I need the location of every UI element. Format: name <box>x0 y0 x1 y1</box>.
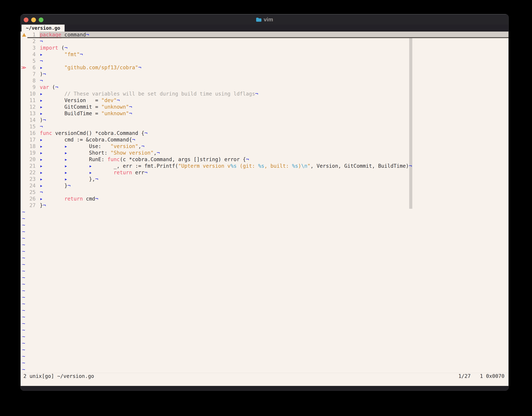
tilde-marker: ~ <box>22 301 25 307</box>
empty-line: ~ <box>21 366 508 373</box>
code-line[interactable]: 9var (¬ <box>21 84 508 91</box>
tilde-marker: ~ <box>22 268 25 274</box>
code-text: Short: <box>89 150 111 156</box>
eol-char-icon: ¬ <box>95 176 98 182</box>
eol-char-icon: ¬ <box>132 137 135 143</box>
title-bar[interactable]: vim <box>21 14 508 25</box>
code-line[interactable]: 11▸Version = "dev"¬ <box>21 97 508 104</box>
code-text: "version" <box>111 143 138 149</box>
tab-char-icon: ▸ <box>40 156 64 163</box>
line-number: 4 <box>28 51 36 58</box>
line-number: 10 <box>28 91 36 97</box>
tab-char-icon: ▸ <box>40 163 64 169</box>
eol-char-icon: ¬ <box>64 45 68 51</box>
window-title: vim <box>264 16 273 23</box>
code-text: " <box>307 163 310 169</box>
line-number: 27 <box>28 202 36 209</box>
code-text: ( <box>58 45 64 51</box>
empty-line: ~ <box>21 353 508 360</box>
tab-char-icon: ▸ <box>64 156 89 163</box>
code-text: , <box>138 143 141 149</box>
tab-char-icon: ▸ <box>40 196 64 202</box>
tab-char-icon: ▸ <box>40 64 64 71</box>
error-sign-icon: >> <box>21 64 25 71</box>
line-number: 6 <box>28 64 36 71</box>
folder-icon <box>256 17 261 22</box>
empty-line: ~ <box>21 228 508 235</box>
line-number: 5 <box>28 58 36 64</box>
code-text: %s <box>258 163 264 169</box>
line-number: 14 <box>28 117 36 123</box>
eol-char-icon: ¬ <box>246 156 249 162</box>
eol-char-icon: ¬ <box>80 51 83 57</box>
line-number: 9 <box>28 84 36 91</box>
code-text: cmd <box>83 196 95 202</box>
code-line[interactable]: 24▸}¬ <box>21 182 508 189</box>
code-line[interactable]: 18▸▸Use: "version",¬ <box>21 143 508 150</box>
editor-area[interactable]: !1package command¬2¬3import (¬4▸"fmt"¬5¬… <box>21 31 508 386</box>
tilde-marker: ~ <box>22 320 25 327</box>
tab-version-go[interactable]: ~/version.go <box>21 25 65 31</box>
eol-char-icon: ¬ <box>129 104 132 110</box>
code-line[interactable]: 3import (¬ <box>21 45 508 51</box>
eol-char-icon: ¬ <box>40 38 43 44</box>
code-line[interactable]: !1package command¬ <box>21 31 508 38</box>
code-line[interactable]: 5¬ <box>21 58 508 64</box>
eol-char-icon: ¬ <box>255 91 258 97</box>
code-line[interactable]: 13▸BuildTime = "unknown"¬ <box>21 110 508 117</box>
code-text: "fmt" <box>64 51 80 57</box>
empty-line: ~ <box>21 235 508 242</box>
empty-line: ~ <box>21 307 508 314</box>
tab-char-icon: ▸ <box>40 97 64 104</box>
empty-line: ~ <box>21 209 508 215</box>
code-text: ) <box>40 71 43 77</box>
code-line[interactable]: 17▸cmd := &cobra.Command{¬ <box>21 137 508 143</box>
code-line[interactable]: 15¬ <box>21 123 508 130</box>
code-text: "Upterm version v <box>178 163 231 169</box>
code-text: ) <box>298 163 301 169</box>
code-text: command <box>61 32 86 38</box>
code-line[interactable]: 19▸▸Short: "Show version",¬ <box>21 150 508 156</box>
code-text: _, err := fmt.Printf( <box>114 163 178 169</box>
code-line[interactable]: 26▸return cmd¬ <box>21 196 508 202</box>
code-line[interactable]: 27}¬ <box>21 202 508 209</box>
tilde-marker: ~ <box>22 281 25 287</box>
code-line[interactable]: 16func versionCmd() *cobra.Command {¬ <box>21 130 508 137</box>
code-line[interactable]: 7)¬ <box>21 71 508 77</box>
code-line[interactable]: 14)¬ <box>21 117 508 123</box>
tab-char-icon: ▸ <box>89 169 114 176</box>
tilde-marker: ~ <box>22 255 25 261</box>
code-line[interactable]: 20▸▸RunE: func(c *cobra.Command, args []… <box>21 156 508 163</box>
code-line[interactable]: 2¬ <box>21 38 508 45</box>
eol-char-icon: ¬ <box>40 123 43 130</box>
code-line[interactable]: 4▸"fmt"¬ <box>21 51 508 58</box>
eol-char-icon: ¬ <box>157 150 160 156</box>
empty-line: ~ <box>21 314 508 320</box>
command-line[interactable] <box>21 379 508 386</box>
code-line[interactable]: 12▸GitCommit = "unknown"¬ <box>21 104 508 110</box>
code-text: \n <box>301 163 307 169</box>
eol-char-icon: ¬ <box>40 189 43 195</box>
tilde-marker: ~ <box>22 333 25 340</box>
code-line[interactable]: 23▸▸},¬ <box>21 176 508 182</box>
eol-char-icon: ¬ <box>40 58 43 64</box>
code-line[interactable]: 10▸// These variables will be set during… <box>21 91 508 97</box>
code-line[interactable]: 8¬ <box>21 77 508 84</box>
code-text: err <box>132 170 144 176</box>
eol-char-icon: ¬ <box>40 78 43 84</box>
code-line[interactable]: 21▸▸▸_, err := fmt.Printf("Upterm versio… <box>21 163 508 169</box>
empty-line: ~ <box>21 333 508 340</box>
code-line[interactable]: >>6▸"github.com/spf13/cobra"¬ <box>21 64 508 71</box>
code-text: return <box>64 196 83 202</box>
empty-line: ~ <box>21 268 508 274</box>
tab-label: ~/version.go <box>26 25 60 31</box>
eol-char-icon: ¬ <box>141 143 144 149</box>
empty-line: ~ <box>21 294 508 301</box>
code-line[interactable]: 22▸▸▸return err¬ <box>21 169 508 176</box>
code-line[interactable]: 25¬ <box>21 189 508 196</box>
line-number: 3 <box>28 45 36 51</box>
line-number: 11 <box>28 97 36 104</box>
line-number: 15 <box>28 123 36 130</box>
tab-char-icon: ▸ <box>40 169 64 176</box>
window-title-group: vim <box>21 14 508 25</box>
